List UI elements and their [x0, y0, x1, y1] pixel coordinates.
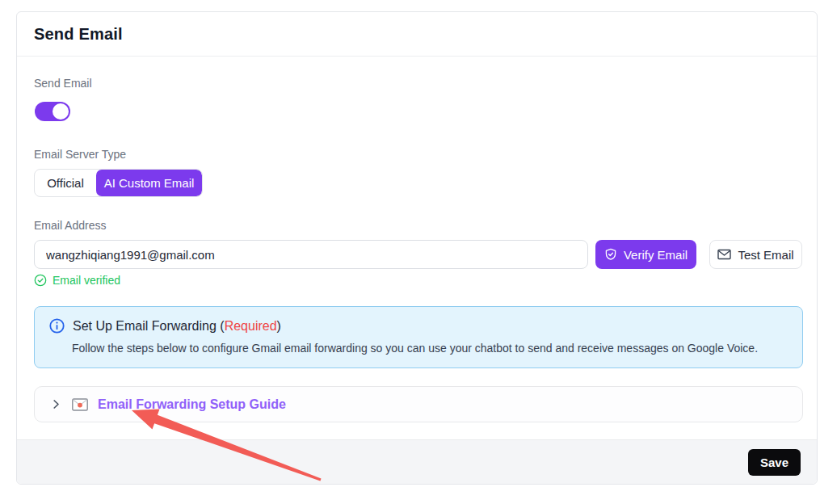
envelope-notification-icon: [72, 398, 88, 411]
info-circle-icon: [49, 318, 65, 334]
shield-check-icon: [604, 248, 617, 261]
page-title: Send Email: [34, 25, 123, 44]
guide-link-label[interactable]: Email Forwarding Setup Guide: [98, 397, 286, 412]
check-circle-icon: [34, 274, 47, 287]
email-address-input[interactable]: [34, 240, 588, 269]
email-forwarding-info-box: Set Up Email Forwarding (Required) Follo…: [34, 306, 803, 368]
server-type-segmented-control: Official AI Custom Email: [34, 169, 203, 197]
server-type-label: Email Server Type: [34, 148, 126, 161]
toggle-knob: [53, 103, 69, 120]
info-box-description: Follow the steps below to configure Gmai…: [72, 342, 789, 355]
email-verified-text: Email verified: [53, 274, 120, 287]
email-verified-status: Email verified: [34, 274, 120, 287]
card-header: Send Email: [17, 12, 817, 57]
test-email-button[interactable]: Test Email: [709, 240, 802, 269]
server-type-official-button[interactable]: Official: [35, 170, 96, 196]
info-box-title: Set Up Email Forwarding (Required): [73, 319, 281, 334]
verify-email-label: Verify Email: [624, 248, 688, 262]
required-text: Required: [225, 319, 277, 333]
save-button[interactable]: Save: [748, 449, 801, 476]
send-email-toggle-label: Send Email: [34, 77, 92, 90]
email-forwarding-guide-expander[interactable]: Email Forwarding Setup Guide: [34, 386, 803, 422]
chevron-right-icon[interactable]: [50, 398, 62, 410]
test-email-label: Test Email: [738, 248, 793, 262]
server-type-ai-custom-button[interactable]: AI Custom Email: [96, 170, 202, 196]
send-email-card: Send Email Send Email Email Server Type …: [16, 11, 818, 485]
email-address-label: Email Address: [34, 219, 106, 232]
verify-email-button[interactable]: Verify Email: [595, 240, 696, 269]
card-footer: Save: [17, 439, 817, 484]
envelope-icon: [717, 249, 731, 260]
send-email-toggle[interactable]: [35, 102, 70, 121]
